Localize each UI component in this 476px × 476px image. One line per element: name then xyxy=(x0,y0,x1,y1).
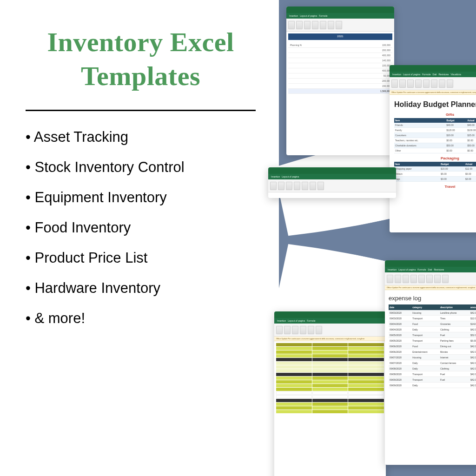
bullet-item: Equipment Inventory xyxy=(26,190,256,205)
feature-bullet-list: Asset Tracking Stock Inventory Control E… xyxy=(26,130,256,325)
ribbon-tab: Insertion xyxy=(392,73,401,76)
gifts-label: Gifts xyxy=(394,112,476,117)
packaging-label: Packaging xyxy=(394,156,476,160)
packaging-table: ItemBudgetActualDiff Wrapping paper$15.0… xyxy=(394,162,476,182)
page-title: Inventory Excel Templates xyxy=(26,26,256,93)
ribbon-tab: Revisione xyxy=(434,268,444,271)
ribbon-tab: Insertion xyxy=(271,175,280,178)
excel-mock-ribbon-strip: Insertion Layout of pagina xyxy=(268,167,396,198)
excel-mock-window-1: Insertion Layout of pagina Formule 2021 … xyxy=(286,7,394,155)
win1-year: 2021 xyxy=(288,33,392,40)
ribbon-tab: Dati xyxy=(428,268,432,271)
ribbon-tab: Layout of pagina xyxy=(403,73,420,76)
ribbon-tab: Layout of pagina xyxy=(398,268,416,271)
office-update-bar: Office Update Per continuare a ricevere … xyxy=(385,285,476,290)
bullet-item: Product Price List xyxy=(26,251,256,265)
ribbon-tab: Formule xyxy=(422,73,430,76)
title-line-1: Inventory Excel xyxy=(47,27,234,57)
ribbon-tab: Formule xyxy=(417,268,426,271)
ribbon-tab: Insertion xyxy=(289,14,298,17)
office-update-bar: Office Update Per continuare a ricevere … xyxy=(274,337,386,341)
excel-mock-holiday-budget: Insertion Layout of pagina Formule Dati … xyxy=(390,65,476,232)
expense-log-title: expense log xyxy=(389,295,476,302)
excel-mock-budget-spreadsheet: Insertion Layout of pagina Formule Offic… xyxy=(274,311,386,476)
bullet-item: Stock Inventory Control xyxy=(26,160,256,174)
excel-mock-expense-log: Insertion Layout of pagina Formule Dati … xyxy=(385,260,476,465)
text-panel: Inventory Excel Templates Asset Tracking… xyxy=(0,0,279,476)
holiday-budget-title: Holiday Budget Planner xyxy=(394,100,476,109)
ribbon-tab: Formule xyxy=(319,14,327,17)
ribbon-tab: Layout of pagina xyxy=(288,319,305,322)
office-update-bar: Office Update Per continuare a ricevere … xyxy=(390,90,476,95)
ribbon-tab: Layout of pagina xyxy=(300,14,317,17)
bullet-item: Food Inventory xyxy=(26,220,256,235)
title-line-2: Templates xyxy=(81,61,200,91)
gifts-table: ItemBudgetActualDiff Friends$40.00$40.00… xyxy=(394,118,476,153)
ribbon-tab: Dati xyxy=(433,73,437,76)
ribbon-tab: Revisione xyxy=(438,73,449,76)
ribbon-tab: Insertion xyxy=(277,319,286,322)
ribbon-tab: Insertion xyxy=(388,268,397,271)
ribbon-tab: Visualizza xyxy=(450,73,461,76)
ribbon-tab: Layout of pagina xyxy=(282,175,299,178)
bullet-item: Asset Tracking xyxy=(26,130,256,144)
title-divider xyxy=(26,110,256,111)
bullet-item: & more! xyxy=(26,311,256,325)
bullet-item: Hardware Inventory xyxy=(26,281,256,295)
travel-label: Travel xyxy=(394,185,476,189)
ribbon-tab: Formule xyxy=(307,319,315,322)
expense-log-table: datecategorydescriptionamountnotes 09/03… xyxy=(389,304,476,388)
